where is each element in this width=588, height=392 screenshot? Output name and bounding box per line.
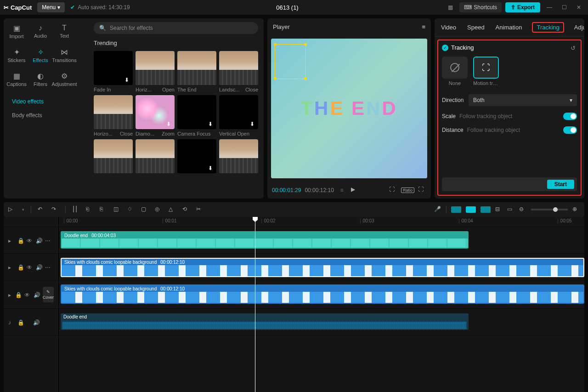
undo-icon[interactable]: ↶ (38, 206, 45, 213)
zoom-slider[interactable] (531, 209, 568, 210)
export-button[interactable]: ⇧ Export (505, 2, 540, 12)
trim-right-icon[interactable]: ⎘ (100, 206, 107, 213)
eye-icon[interactable]: 👁 (24, 292, 30, 297)
download-icon[interactable]: ⬇ (124, 77, 131, 83)
effect-item[interactable]: ⬇ (94, 139, 133, 175)
tab-animation[interactable]: Animation (495, 22, 523, 33)
clip-doodle-end[interactable]: Doodle end00:00:04:03 (61, 231, 469, 249)
select-tool-icon[interactable]: ▷ (8, 206, 16, 213)
download-icon[interactable]: ⬇ (250, 165, 256, 171)
fullscreen-icon[interactable]: ⛶ (418, 186, 426, 194)
redo-icon[interactable]: ↷ (51, 206, 59, 213)
effect-item[interactable]: ⬇Diamo...Zoom (136, 95, 175, 136)
lock-icon[interactable]: 🔒 (17, 319, 23, 325)
mute-icon[interactable]: 🔊 (34, 292, 39, 297)
distance-toggle[interactable] (563, 126, 577, 134)
selection-box[interactable] (275, 44, 306, 79)
layout-icon[interactable]: ▦ (445, 2, 456, 13)
menu-button[interactable]: Menu ▾ (37, 2, 65, 12)
trim-left-icon[interactable]: ⎗ (86, 206, 93, 213)
clip-skies-1[interactable]: Skies with clouds comic loopable backgro… (61, 258, 584, 277)
start-button[interactable]: Start (547, 180, 574, 189)
tool-adjustment[interactable]: ⚙Adjustment (52, 67, 76, 91)
tool-stickers[interactable]: ✦Stickers (5, 43, 28, 67)
more-icon[interactable]: ⋯ (45, 238, 51, 243)
tab-video[interactable]: Video (440, 22, 457, 33)
eye-icon[interactable]: 👁 (27, 238, 32, 243)
subtab-video-effects[interactable]: Video effects (7, 96, 85, 108)
timeline-ruler[interactable]: 00:0000:0100:0200:0300:0400:05 (59, 217, 584, 227)
crop2-icon[interactable]: ✂ (196, 206, 204, 213)
effect-item[interactable]: ⬇Vertical Open (219, 95, 258, 136)
preview-icon[interactable]: ▭ (507, 206, 514, 213)
tool-filters[interactable]: ◐Filters (28, 67, 52, 91)
download-icon[interactable]: ⬇ (166, 165, 173, 171)
reset-icon[interactable]: ↺ (571, 45, 577, 51)
scale-toggle[interactable] (563, 113, 577, 120)
align-icon[interactable]: ⊟ (495, 206, 503, 213)
minimize-icon[interactable]: — (544, 2, 555, 13)
audio-icon[interactable]: ♪ (8, 319, 14, 325)
mirror-icon[interactable]: △ (169, 206, 176, 213)
tool-effects[interactable]: ✧Effects (28, 43, 52, 67)
download-icon[interactable]: ⬇ (208, 121, 215, 127)
tool-import[interactable]: ▣Import (5, 19, 28, 43)
tool-transitions[interactable]: ⋈Transitions (52, 43, 76, 67)
lock-icon[interactable]: 🔒 (15, 292, 21, 297)
crop-icon[interactable]: ◫ (113, 206, 121, 213)
subtab-body-effects[interactable]: Body effects (7, 109, 85, 121)
effect-item[interactable]: ⬇Landsc...Close (219, 51, 258, 92)
search-input[interactable]: 🔍 Search for effects (94, 22, 258, 34)
track-icon[interactable]: ▸ (8, 238, 14, 243)
track-mode-none[interactable] (442, 57, 468, 79)
tab-tracking[interactable]: Tracking (532, 22, 564, 33)
player-menu-icon[interactable]: ≡ (422, 23, 425, 30)
clip-audio[interactable]: Doodle end (61, 313, 469, 330)
effect-item[interactable]: ⬇ (219, 139, 258, 175)
tool-captions[interactable]: ▦Captions (5, 67, 28, 91)
close-icon[interactable]: ✕ (573, 2, 584, 13)
download-icon[interactable]: ⬇ (166, 121, 173, 127)
effect-item[interactable]: ⬇Horizo...Close (94, 95, 133, 136)
maximize-icon[interactable]: ☐ (559, 2, 570, 13)
snap-icon[interactable] (451, 206, 461, 213)
lock-icon[interactable]: 🔒 (17, 264, 23, 270)
mute-icon[interactable]: 🔊 (36, 238, 41, 243)
download-icon[interactable]: ⬇ (250, 121, 256, 127)
effect-item[interactable]: ⬇ (136, 139, 175, 175)
ratio-button[interactable]: Ratio (401, 187, 414, 193)
tab-adjustment[interactable]: Adjustment (573, 22, 584, 33)
effect-item[interactable]: ⬇The End (177, 51, 216, 92)
eye-icon[interactable]: 👁 (27, 264, 32, 270)
zoom-in-icon[interactable]: ⊕ (572, 206, 580, 213)
download-icon[interactable]: ⬇ (208, 165, 215, 171)
player-canvas[interactable]: THE END (271, 39, 427, 178)
playhead[interactable] (255, 217, 255, 392)
rotate-icon[interactable]: ⟲ (182, 206, 190, 213)
download-icon[interactable]: ⬇ (208, 77, 215, 83)
track-mode-motion[interactable]: ⛶ (473, 57, 499, 79)
mask-icon[interactable]: ♢ (127, 206, 135, 213)
track-icon[interactable]: ▸ (8, 292, 11, 297)
download-icon[interactable]: ⬇ (124, 121, 131, 127)
keyframe-icon[interactable]: ◎ (155, 206, 162, 213)
tab-speed[interactable]: Speed (466, 22, 486, 33)
effect-item[interactable]: ⬇ (177, 139, 216, 175)
more-icon[interactable]: ⋯ (45, 264, 51, 270)
direction-select[interactable]: Both▾ (469, 94, 577, 106)
scan-icon[interactable]: ⛶ (389, 186, 397, 194)
effect-item[interactable]: ⬇Fade In (94, 51, 133, 92)
tool-text[interactable]: TText (52, 19, 76, 43)
download-icon[interactable]: ⬇ (250, 77, 256, 83)
shortcuts-button[interactable]: ⌨ Shortcuts (459, 2, 502, 12)
mute-icon[interactable]: 🔊 (33, 319, 39, 325)
cover-button[interactable]: ✎Cover (43, 287, 54, 302)
zoom-out-icon[interactable]: ⊖ (519, 206, 526, 213)
tool-audio[interactable]: ♪Audio (28, 19, 52, 43)
download-icon[interactable]: ⬇ (166, 77, 173, 83)
mic-icon[interactable]: 🎤 (434, 206, 441, 213)
mute-icon[interactable]: 🔊 (36, 264, 41, 270)
split-icon[interactable]: ⎮⎮ (72, 206, 79, 213)
freeze-icon[interactable]: ▢ (141, 206, 148, 213)
download-icon[interactable]: ⬇ (124, 165, 131, 171)
